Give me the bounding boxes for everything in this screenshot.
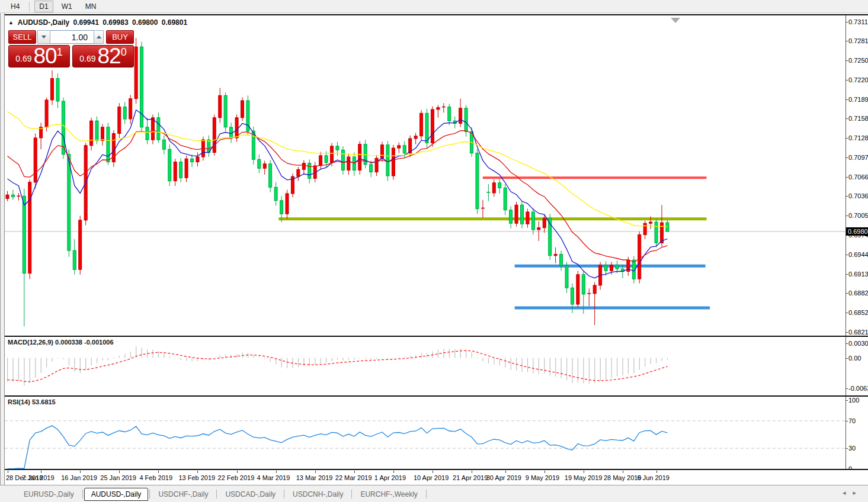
time-axis-label: 1 Apr 2019: [374, 474, 406, 481]
time-axis-tick: [623, 471, 623, 473]
rsi-axis-label: 30: [848, 445, 856, 452]
time-axis-label: 4 Mar 2019: [257, 474, 290, 481]
tab-scroll-arrows: ◂▸: [843, 489, 863, 497]
timeframe-button-d1[interactable]: D1: [34, 1, 53, 12]
time-axis-tick: [315, 471, 316, 473]
time-axis-label: 21 Apr 2019: [453, 474, 488, 481]
tab-eurchf-weekly[interactable]: EURCHF-,Weekly: [353, 488, 424, 501]
price-axis-label: 0.70360: [848, 192, 868, 199]
price-axis-label: 0.72810: [848, 37, 868, 44]
sell-price-prefix: 0.69: [15, 54, 31, 63]
chevron-up-icon: [97, 36, 101, 38]
buy-price-box[interactable]: 0.69 82 0: [72, 45, 134, 67]
time-axis[interactable]: 28 Dec 20187 Jan 201916 Jan 201925 Jan 2…: [5, 469, 868, 485]
macd-name: MACD(12,26,9): [8, 339, 53, 346]
sell-price-box[interactable]: 0.69 80 1: [8, 45, 70, 67]
chevron-down-icon: [41, 36, 46, 38]
left-splitter[interactable]: [0, 13, 5, 502]
timeframe-button-h4[interactable]: H4: [6, 1, 24, 12]
time-axis-label: 13 Mar 2019: [296, 474, 333, 481]
price-axis-label: 0.68210: [848, 329, 868, 336]
price-axis-label: 0.69130: [848, 271, 868, 278]
volume-input[interactable]: [50, 30, 94, 44]
time-axis-tick: [80, 471, 81, 473]
macd-axis-label: 0.003035: [848, 340, 868, 347]
time-axis-label: 10 Apr 2019: [414, 474, 449, 481]
time-axis-label: 16 Jan 2019: [61, 474, 97, 481]
macd-axis-border: [845, 337, 846, 395]
time-axis-tick: [656, 471, 657, 473]
tab-usdchf-daily[interactable]: USDCHF-,Daily: [151, 488, 215, 501]
chart-tab-bar: EURUSD-,DailyAUDUSD-,DailyUSDCHF-,DailyU…: [0, 485, 868, 502]
macd-axis-label: -0.006311: [848, 385, 868, 392]
one-click-trading-panel: SELL BUY 0.69 80 1 0.69 82 0: [8, 30, 140, 67]
time-axis-tick: [354, 471, 355, 473]
price-axis-label: 0.68825: [848, 289, 868, 297]
price-axis-label: 0.71280: [848, 134, 868, 141]
macd-axis-label: 0.00: [848, 355, 861, 362]
time-axis-tick: [158, 471, 159, 473]
time-axis-tick: [237, 471, 238, 473]
time-axis-label: 9 May 2019: [526, 474, 559, 481]
time-axis-label: 28 May 2019: [604, 474, 642, 481]
price-axis-label: 0.70050: [848, 212, 868, 219]
bar-low: 0.69800: [132, 18, 158, 27]
tab-separator: [82, 490, 83, 498]
time-axis-label: 22 Feb 2019: [218, 474, 255, 481]
current-price-label: 0.69801: [846, 227, 868, 236]
time-axis-tick: [584, 471, 584, 473]
time-axis-tick: [544, 471, 545, 473]
chart-shift-marker[interactable]: [671, 18, 680, 23]
sell-button[interactable]: SELL: [8, 30, 36, 44]
tab-scroll-left-icon[interactable]: ◂: [843, 489, 853, 496]
chart-symbol: AUDUSD-,Daily: [18, 18, 69, 27]
rsi-axis-border: [845, 397, 846, 469]
tab-eurusd-daily[interactable]: EURUSD-,Daily: [17, 488, 81, 501]
collapse-triangle-icon[interactable]: ▲: [8, 20, 14, 25]
rsi-axis-label: 100: [848, 397, 859, 404]
volume-increase-button[interactable]: [94, 30, 104, 44]
time-axis-label: 30 Apr 2019: [486, 474, 521, 481]
time-axis-label: 6 Jun 2019: [638, 474, 670, 481]
buy-price-pip: 0: [121, 46, 127, 59]
time-axis-label: 7 Jan 2019: [22, 474, 54, 481]
price-axis-label: 0.68520: [848, 309, 868, 316]
sell-price-pip: 1: [57, 46, 63, 59]
time-axis-tick: [433, 471, 433, 473]
time-axis-tick: [276, 471, 277, 473]
rsi-chart-canvas[interactable]: [5, 397, 845, 469]
price-axis-label: 0.70970: [848, 154, 868, 161]
tab-audusd-daily[interactable]: AUDUSD-,Daily: [84, 488, 149, 501]
bar-open: 0.69941: [73, 18, 99, 27]
tab-separator: [426, 490, 427, 498]
time-axis-tick: [8, 471, 8, 473]
time-axis-tick: [472, 471, 472, 473]
rsi-label: RSI(14) 53.6815: [8, 398, 56, 406]
tab-usdcad-daily[interactable]: USDCAD-,Daily: [218, 488, 283, 501]
main-chart-panel: 0.731150.728100.725050.722000.718900.715…: [5, 14, 868, 336]
time-axis-tick: [119, 471, 120, 473]
buy-price-prefix: 0.69: [79, 54, 95, 63]
macd-indicator-panel: MACD(12,26,9) 0.000338 -0.001006 0.00303…: [5, 336, 868, 395]
time-axis-tick: [41, 471, 41, 473]
macd-values: 0.000338 -0.001006: [55, 339, 113, 346]
price-axis-label: 0.71585: [848, 115, 868, 122]
tab-usdcnh-daily[interactable]: USDCNH-,Daily: [286, 488, 350, 501]
price-axis-label: 0.71890: [848, 96, 868, 103]
timeframe-button-mn[interactable]: MN: [81, 1, 101, 12]
time-axis-label: 13 Feb 2019: [178, 474, 215, 481]
macd-chart-canvas[interactable]: [5, 337, 845, 395]
price-axis-border: [845, 15, 846, 336]
timeframe-button-w1[interactable]: W1: [57, 1, 77, 12]
bar-close: 0.69801: [162, 18, 187, 27]
volume-decrease-button[interactable]: [37, 30, 50, 44]
macd-label: MACD(12,26,9) 0.000338 -0.001006: [8, 339, 114, 346]
buy-button[interactable]: BUY: [106, 30, 134, 44]
rsi-axis-label: 70: [848, 417, 856, 424]
rsi-value: 53.6815: [32, 398, 56, 406]
bar-high: 0.69983: [103, 18, 128, 27]
time-axis-label: 25 Jan 2019: [100, 474, 136, 481]
trading-terminal-window: H4D1W1MN 0.731150.728100.725050.722000.7…: [0, 0, 868, 502]
chart-title: ▲ AUDUSD-,Daily 0.69941 0.69983 0.69800 …: [8, 18, 189, 27]
tab-scroll-right-icon[interactable]: ▸: [853, 489, 863, 496]
